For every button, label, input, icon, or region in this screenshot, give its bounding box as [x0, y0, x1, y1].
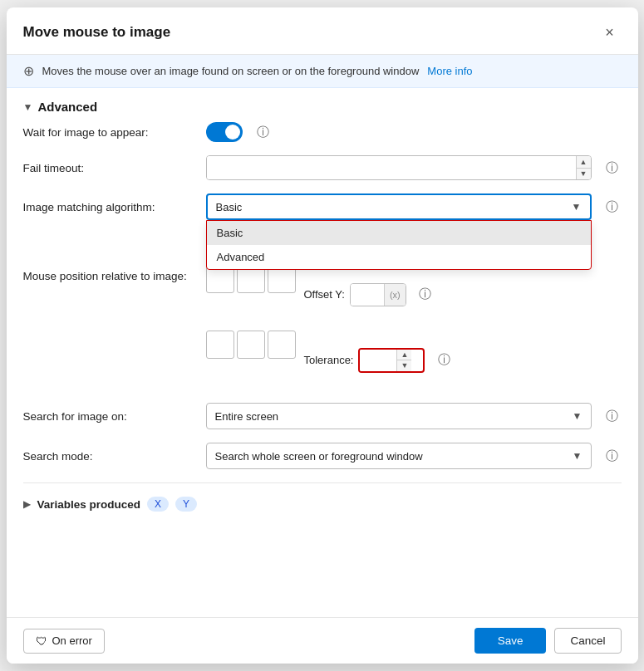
search-image-on-dropdown-wrap: Entire screen ▼ — [206, 403, 592, 429]
search-mode-value: Search whole screen or foreground window — [215, 450, 423, 463]
mouse-position-label: Mouse position relative to image: — [23, 265, 206, 282]
wait-for-image-row: Wait for image to appear: ⓘ — [23, 122, 622, 142]
advanced-section-header[interactable]: ▼ Advanced — [23, 88, 622, 122]
on-error-label: On error — [52, 634, 92, 647]
image-matching-dropdown[interactable]: Basic ▼ — [206, 193, 592, 220]
pos-cell-5[interactable] — [237, 331, 265, 359]
tolerance-decrement[interactable]: ▼ — [397, 360, 411, 371]
advanced-section-title: Advanced — [37, 100, 97, 114]
search-image-on-info-icon[interactable]: ⓘ — [603, 407, 622, 425]
wait-for-image-control: ⓘ — [206, 122, 622, 142]
fail-timeout-row: Fail timeout: 5 ▲ ▼ ⓘ — [23, 155, 622, 180]
image-matching-control: Basic ▼ Basic Advanced ⓘ — [206, 193, 622, 220]
tolerance-increment[interactable]: ▲ — [397, 350, 411, 361]
fail-timeout-input[interactable]: 5 — [207, 156, 576, 179]
offset-y-area: Offset Y: 0 (x) ⓘ — [304, 283, 435, 306]
image-matching-dropdown-wrap: Basic ▼ Basic Advanced — [206, 193, 592, 220]
image-matching-menu: Basic Advanced — [206, 220, 592, 270]
on-error-button[interactable]: 🛡 On error — [23, 629, 105, 654]
tolerance-spinbox: 10 ▲ ▼ — [358, 348, 425, 373]
mouse-position-row1: Offset Y: 0 (x) ⓘ — [206, 265, 435, 324]
search-mode-label: Search mode: — [23, 450, 206, 463]
image-matching-row: Image matching algorithm: Basic ▼ Basic … — [23, 193, 622, 220]
dialog-footer: 🛡 On error Save Cancel — [7, 617, 638, 664]
more-info-link[interactable]: More info — [427, 65, 472, 77]
variables-section: ▶ Variables produced X Y — [23, 487, 622, 522]
mouse-position-control: Offset Y: 0 (x) ⓘ — [206, 265, 622, 389]
wait-for-image-label: Wait for image to appear: — [23, 126, 206, 139]
mouse-position-row2: Tolerance: 10 ▲ ▼ ⓘ — [206, 331, 454, 389]
wait-for-image-toggle[interactable] — [206, 122, 243, 142]
offset-y-input[interactable]: 0 — [351, 284, 384, 306]
cancel-button[interactable]: Cancel — [554, 628, 621, 654]
search-mode-dropdown-wrap: Search whole screen or foreground window… — [206, 443, 592, 469]
shield-icon: 🛡 — [36, 634, 47, 648]
search-image-on-value: Entire screen — [215, 410, 279, 423]
image-matching-option-advanced[interactable]: Advanced — [207, 245, 591, 269]
search-mode-dropdown[interactable]: Search whole screen or foreground window… — [206, 443, 592, 469]
dialog-title: Move mouse to image — [23, 24, 171, 41]
offset-x-badge: (x) — [384, 284, 406, 306]
offset-y-info-icon[interactable]: ⓘ — [416, 286, 435, 304]
divider — [23, 482, 622, 483]
close-button[interactable]: × — [598, 21, 622, 44]
fail-timeout-decrement[interactable]: ▼ — [577, 169, 591, 180]
position-grid — [206, 265, 296, 324]
offset-y-input-wrap: 0 (x) — [350, 283, 406, 306]
info-banner: ⊕ Moves the mouse over an image found on… — [7, 55, 638, 88]
dialog-body: ▼ Advanced Wait for image to appear: ⓘ F… — [7, 88, 638, 617]
variable-x-badge[interactable]: X — [147, 497, 169, 512]
variables-chevron-icon[interactable]: ▶ — [23, 498, 31, 510]
image-matching-label: Image matching algorithm: — [23, 201, 206, 213]
fail-timeout-info-icon[interactable]: ⓘ — [603, 159, 622, 177]
image-matching-info-icon[interactable]: ⓘ — [603, 198, 622, 216]
fail-timeout-spinbox-buttons: ▲ ▼ — [576, 156, 591, 179]
image-matching-option-basic[interactable]: Basic — [207, 221, 591, 245]
search-image-on-chevron-icon: ▼ — [573, 410, 583, 422]
search-mode-info-icon[interactable]: ⓘ — [603, 447, 622, 465]
toggle-thumb — [225, 125, 240, 140]
search-mode-chevron-icon: ▼ — [573, 450, 583, 462]
search-image-on-dropdown[interactable]: Entire screen ▼ — [206, 403, 592, 429]
banner-text: Moves the mouse over an image found on s… — [42, 65, 420, 77]
fail-timeout-control: 5 ▲ ▼ ⓘ — [206, 155, 622, 180]
fail-timeout-spinbox: 5 ▲ ▼ — [206, 155, 592, 180]
save-button[interactable]: Save — [474, 628, 547, 654]
tolerance-area: Tolerance: 10 ▲ ▼ ⓘ — [304, 348, 454, 373]
fail-timeout-increment[interactable]: ▲ — [577, 156, 591, 169]
tolerance-label: Tolerance: — [304, 354, 354, 366]
tolerance-spinbox-buttons: ▲ ▼ — [396, 350, 411, 371]
search-mode-row: Search mode: Search whole screen or fore… — [23, 443, 622, 469]
dialog-header: Move mouse to image × — [7, 7, 638, 55]
search-image-on-row: Search for image on: Entire screen ▼ ⓘ — [23, 403, 622, 429]
offset-y-label: Offset Y: — [304, 288, 345, 301]
variables-produced-label: Variables produced — [37, 498, 141, 511]
search-image-on-label: Search for image on: — [23, 410, 206, 423]
search-image-on-control: Entire screen ▼ ⓘ — [206, 403, 622, 429]
wait-for-image-info-icon[interactable]: ⓘ — [254, 123, 273, 141]
footer-right-buttons: Save Cancel — [474, 628, 622, 654]
fail-timeout-label: Fail timeout: — [23, 162, 206, 174]
tolerance-info-icon[interactable]: ⓘ — [435, 351, 453, 370]
image-matching-value: Basic — [216, 201, 243, 213]
dialog: Move mouse to image × ⊕ Moves the mouse … — [7, 7, 638, 664]
pos-cell-4[interactable] — [206, 331, 234, 359]
pos-cell-6[interactable] — [268, 331, 296, 359]
variable-y-badge[interactable]: Y — [175, 497, 197, 512]
image-matching-chevron-icon: ▼ — [572, 201, 582, 213]
search-mode-control: Search whole screen or foreground window… — [206, 443, 622, 469]
advanced-chevron-icon: ▼ — [23, 101, 33, 113]
position-grid-row2 — [206, 331, 296, 389]
tolerance-input[interactable]: 10 — [360, 350, 396, 371]
mouse-icon: ⊕ — [23, 63, 34, 79]
